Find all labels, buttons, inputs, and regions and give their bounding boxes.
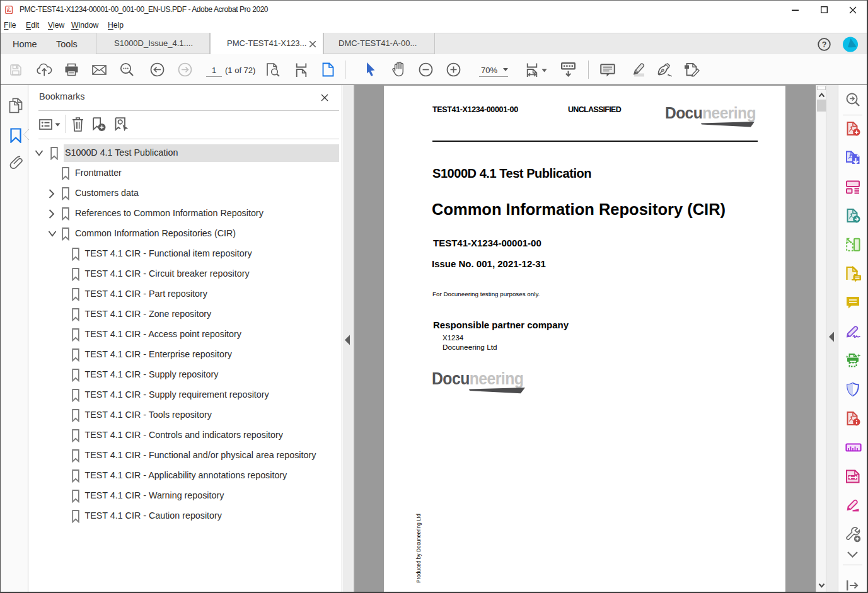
svg-text:?: ? bbox=[822, 40, 827, 49]
